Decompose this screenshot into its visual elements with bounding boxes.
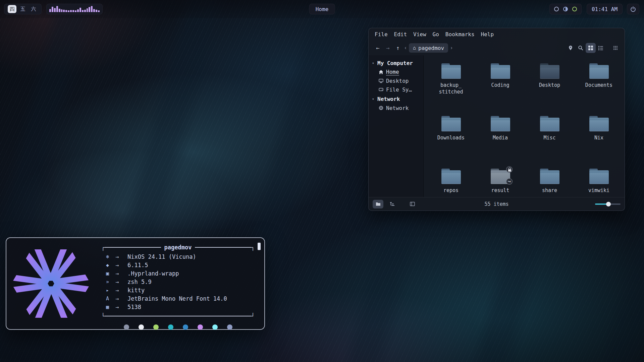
palette-color-dot	[124, 324, 129, 330]
clock-module[interactable]: 01:41 AM	[587, 4, 623, 14]
folder-label: Desktop	[539, 82, 560, 88]
sidebar-item-network[interactable]: Network	[372, 104, 423, 112]
arrow-icon	[115, 279, 127, 285]
forward-button[interactable]: →	[383, 43, 393, 53]
group-label: My Computer	[377, 60, 413, 66]
collapse-triangle-icon[interactable]: ▾	[372, 97, 375, 101]
compact-view-button[interactable]	[596, 43, 606, 53]
zoom-slider[interactable]	[595, 201, 621, 207]
folder-icon	[441, 116, 461, 131]
menu-file[interactable]: File	[375, 31, 388, 38]
folder-icon	[441, 169, 461, 184]
icon-view-button[interactable]	[586, 43, 596, 53]
tree-view-icon	[390, 202, 395, 206]
fetch-line-terminal: kitty	[101, 286, 255, 294]
menu-edit[interactable]: Edit	[394, 31, 407, 38]
up-button[interactable]: ↑	[393, 43, 403, 53]
folder-item-misc[interactable]: Misc	[525, 113, 574, 166]
fetch-value: 5138	[127, 304, 141, 310]
folder-label: Documents	[585, 82, 612, 88]
menu-help[interactable]: Help	[481, 31, 494, 38]
fetch-value: NixOS 24.11 (Vicuna)	[127, 253, 196, 260]
fastfetch-terminal-window[interactable]: pagedmov NixOS 24.11 (Vicuna) 6.11.5	[6, 237, 265, 330]
terminal-icon	[106, 287, 115, 293]
breadcrumb-prev-icon[interactable]: ‹	[403, 45, 408, 51]
nixos-logo	[6, 238, 95, 329]
terminal-cursor	[258, 243, 261, 250]
lock-emblem-icon	[506, 166, 513, 173]
folder-label: Coding	[491, 82, 509, 88]
folder-item-desktop[interactable]: Desktop	[525, 61, 574, 113]
folder-icon: ↪	[491, 169, 510, 184]
fetch-hostname: pagedmov	[161, 244, 195, 251]
visualizer-bar	[77, 9, 79, 12]
monitor-icon	[379, 78, 383, 83]
folder-label: Downloads	[437, 134, 465, 141]
sidebar-item-label: File Sy…	[386, 86, 412, 93]
palette-color-dot	[212, 324, 218, 330]
workspace-button-5[interactable]: 五	[18, 5, 27, 13]
show-tree-button[interactable]	[387, 200, 397, 208]
sidebar-group-network[interactable]: ▾ Network	[372, 95, 423, 104]
sidebar-item-file-system[interactable]: File Sy…	[372, 85, 423, 94]
search-button[interactable]	[576, 43, 586, 53]
folder-item-documents[interactable]: Documents	[574, 61, 624, 113]
sidebar-item-home[interactable]: Home	[372, 68, 423, 76]
visualizer-bar	[93, 9, 95, 12]
arrow-icon	[115, 262, 127, 268]
fetch-value: kitty	[127, 287, 145, 294]
folder-item-media[interactable]: Media	[476, 113, 525, 166]
active-window-title: Home	[309, 4, 335, 14]
list-view-icon	[598, 45, 603, 51]
show-folders-button[interactable]	[373, 200, 383, 208]
grid-view-icon	[588, 45, 593, 51]
breadcrumb-next-icon[interactable]: ›	[449, 45, 454, 51]
menubar: File Edit View Go Bookmarks Help	[369, 28, 625, 41]
kernel-icon	[106, 262, 115, 268]
slider-handle[interactable]	[606, 202, 611, 206]
folder-item-coding[interactable]: Coding	[476, 61, 525, 113]
palette-color-dot	[227, 324, 232, 330]
view-options-button[interactable]	[610, 43, 621, 53]
folder-label: result	[491, 187, 509, 194]
workspace-button-6[interactable]: 六	[29, 5, 38, 13]
font-icon	[106, 296, 115, 302]
window-title-label: Home	[316, 6, 329, 12]
arrow-icon	[115, 295, 127, 302]
collapse-triangle-icon[interactable]: ▾	[372, 61, 375, 65]
back-button[interactable]: ←	[373, 43, 383, 53]
visualizer-bar	[68, 10, 69, 12]
bracket-corner-icon	[251, 312, 255, 320]
statusbar: 55 items	[369, 197, 625, 210]
idle-inhibit-icon[interactable]	[554, 7, 559, 11]
folder-icon	[540, 116, 559, 131]
folder-item-backup-stitched[interactable]: backup_​stitched	[426, 61, 476, 113]
arrow-icon	[115, 304, 127, 310]
folder-label: backup_​stitched	[434, 82, 469, 95]
side-pane-toggle-button[interactable]	[407, 200, 418, 208]
workspace-button-4[interactable]: 四	[8, 5, 16, 13]
palette-color-dot	[153, 324, 159, 330]
folder-item-downloads[interactable]: Downloads	[426, 113, 476, 166]
recorder-icon[interactable]	[572, 7, 577, 11]
places-sidebar: ▾ My Computer Home Desktop	[369, 55, 424, 197]
breadcrumb-path-button[interactable]: ⌂ pagedmov	[409, 43, 448, 53]
palette-color-dot	[168, 324, 173, 330]
arrow-icon	[115, 253, 127, 260]
sidebar-group-my-computer[interactable]: ▾ My Computer	[372, 59, 423, 68]
menu-bookmarks[interactable]: Bookmarks	[445, 31, 475, 38]
menu-go[interactable]: Go	[433, 31, 439, 38]
items-count-label: 55 items	[484, 201, 508, 207]
sidebar-item-desktop[interactable]: Desktop	[372, 76, 423, 85]
fetch-value: zsh 5.9	[127, 279, 152, 285]
power-button[interactable]	[627, 4, 639, 14]
location-pin-button[interactable]	[566, 43, 576, 53]
folder-item-nix[interactable]: Nix	[574, 113, 624, 166]
arrow-icon	[115, 270, 127, 277]
menu-view[interactable]: View	[413, 31, 426, 38]
location-pin-icon	[568, 45, 573, 51]
bracket-corner-icon	[101, 244, 105, 251]
terminal-color-palette	[101, 324, 255, 330]
visualizer-bar	[63, 10, 65, 12]
nightlight-icon[interactable]	[563, 7, 568, 11]
